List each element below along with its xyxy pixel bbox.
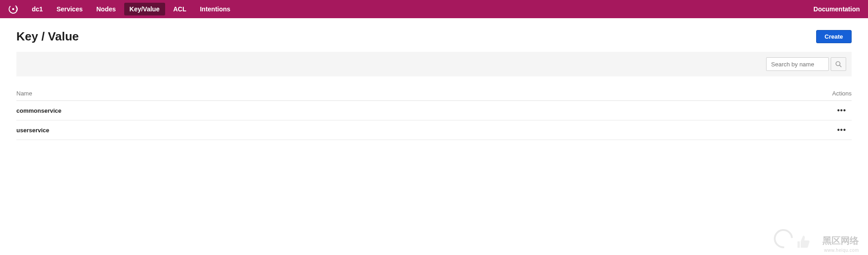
row-actions-icon[interactable]: •••	[837, 106, 852, 115]
watermark-copyright-icon	[770, 225, 797, 252]
row-name: commonservice	[16, 107, 61, 114]
nav-documentation[interactable]: Documentation	[813, 5, 860, 13]
create-button[interactable]: Create	[816, 30, 852, 43]
watermark-thumbs-icon	[795, 233, 811, 250]
table-row[interactable]: userservice •••	[16, 120, 852, 140]
search-wrap	[766, 57, 846, 71]
search-icon	[835, 61, 842, 67]
header-row: Key / Value Create	[16, 30, 852, 44]
watermark-url: www.heiqu.com	[824, 248, 859, 253]
nav-datacenter[interactable]: dc1	[26, 3, 48, 15]
nav-acl[interactable]: ACL	[168, 3, 192, 15]
search-input[interactable]	[766, 57, 829, 71]
topbar: dc1 Services Nodes Key/Value ACL Intenti…	[0, 0, 868, 18]
table-row[interactable]: commonservice •••	[16, 101, 852, 120]
topbar-left: dc1 Services Nodes Key/Value ACL Intenti…	[8, 3, 236, 15]
row-actions-icon[interactable]: •••	[837, 126, 852, 134]
nav-key-value[interactable]: Key/Value	[124, 3, 165, 15]
nav-intentions[interactable]: Intentions	[194, 3, 236, 15]
table-header: Name Actions	[16, 90, 852, 101]
watermark-text: 黑区网络	[823, 235, 859, 247]
row-name: userservice	[16, 127, 49, 134]
content: Key / Value Create Name Actions commonse…	[0, 18, 868, 140]
svg-line-6	[840, 65, 842, 67]
consul-logo-icon[interactable]	[8, 4, 18, 14]
search-button[interactable]	[831, 57, 846, 71]
svg-point-1	[12, 8, 15, 10]
nav-services[interactable]: Services	[51, 3, 88, 15]
svg-point-2	[16, 7, 17, 8]
svg-point-3	[16, 9, 17, 10]
page-title: Key / Value	[16, 30, 79, 44]
nav-nodes[interactable]: Nodes	[91, 3, 121, 15]
search-bar	[16, 52, 852, 76]
column-name: Name	[16, 90, 32, 97]
svg-point-4	[16, 10, 17, 11]
column-actions: Actions	[832, 90, 852, 97]
